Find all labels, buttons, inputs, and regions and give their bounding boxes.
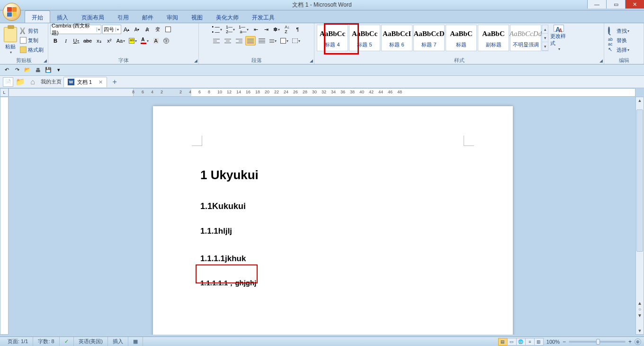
view-web[interactable]: 🌐 [516,338,526,346]
tab-developer[interactable]: 开发工具 [245,10,281,23]
tab-page-layout[interactable]: 页面布局 [75,10,111,23]
find-button[interactable]: 查找▾ [606,26,631,36]
vertical-scrollbar[interactable]: ▲ ▲ ○ ▼ ▼ [635,97,644,335]
shading-button[interactable]: ▾ [279,36,290,46]
sort-button[interactable]: A↓Z [282,25,292,34]
underline-button[interactable]: U▾ [72,36,81,46]
tab-references[interactable]: 引用 [111,10,135,23]
ruler-corner[interactable]: L [0,88,9,97]
tab-view[interactable]: 视图 [185,10,209,23]
view-fullscreen[interactable]: ▭ [507,338,517,346]
heading-5[interactable]: 1.1.1.1.1，ghjghj [200,279,465,288]
change-case-button[interactable]: Aa▾ [115,36,126,46]
font-color-button[interactable]: ▾ [139,36,150,46]
status-macro[interactable]: ▦ [128,337,143,346]
status-spellcheck[interactable]: ✓ [60,337,74,346]
font-size-combo[interactable]: 四号▾ [102,25,121,34]
clipboard-dialog-launcher[interactable]: ◢ [44,58,47,63]
tab-home[interactable]: 开始 [25,10,50,23]
zoom-slider[interactable] [569,341,626,343]
line-spacing-button[interactable]: ▾ [268,36,278,46]
view-print-layout[interactable]: ▤ [498,338,508,346]
home-button[interactable]: ⌂ [27,77,38,87]
status-insert-mode[interactable]: 插入 [108,337,128,346]
qat-open[interactable]: 📂 [24,66,31,74]
heading-3[interactable]: 1.1.1hljlj [200,227,465,236]
distributed-align-button[interactable] [257,36,267,46]
font-name-combo[interactable]: Cambria (西文标题)▾ [50,25,101,34]
style-title[interactable]: AaBbC标题 [446,25,477,51]
italic-button[interactable]: I [61,36,71,46]
close-button[interactable]: ✕ [625,0,644,9]
change-styles-button[interactable]: 更改样式▾ [550,25,567,51]
heading-1[interactable]: 1 Ukyukui [200,168,465,182]
style-subtitle[interactable]: AaBbC副标题 [478,25,509,51]
bullets-button[interactable]: • —• —▾ [211,25,224,34]
grow-font-button[interactable]: A▴ [122,25,131,34]
close-tab-button[interactable]: ✕ [98,79,103,85]
zoom-in-button[interactable]: + [628,338,632,345]
tab-beautify[interactable]: 美化大师 [209,10,245,23]
borders-button[interactable]: ▾ [291,36,302,46]
office-button[interactable] [3,3,21,21]
subscript-button[interactable]: x₂ [94,36,104,46]
style-subtle-emphasis[interactable]: AaBbCcDd不明显强调 [510,25,541,51]
align-center-button[interactable] [223,36,233,46]
prev-page-button[interactable]: ▲ [637,300,642,306]
multilevel-button[interactable]: 1— a—▾ [237,25,250,34]
style-heading5[interactable]: AaBbCc标题 5 [349,25,380,51]
char-border-button[interactable] [163,25,173,34]
zoom-percent[interactable]: 100% [546,339,560,345]
tab-review[interactable]: 审阅 [160,10,185,23]
paste-button[interactable]: 粘贴 ▾ [2,25,19,55]
maximize-button[interactable]: ▭ [606,0,625,9]
page-content[interactable]: 1 Ukyukui 1.1Kukukui 1.1.1hljlj 1.1.1.1j… [200,168,465,288]
browse-object-button[interactable]: ○ [638,307,641,312]
tab-insert[interactable]: 插入 [50,10,75,23]
format-painter-button[interactable]: 格式刷 [20,45,44,55]
shrink-font-button[interactable]: A▾ [132,25,142,34]
document-area[interactable]: 1 Ukyukui 1.1Kukukui 1.1.1hljlj 1.1.1.1j… [9,97,635,335]
increase-indent-button[interactable]: ⇥ [261,25,271,34]
status-page[interactable]: 页面: 1/1 [3,337,33,346]
clear-format-button[interactable]: A̷ [143,25,152,34]
qat-print-preview[interactable]: 🖶 [34,66,42,74]
bold-button[interactable]: B [51,36,60,46]
heading-2[interactable]: 1.1Kukukui [200,201,465,211]
styles-expand[interactable]: ▴▾▾ [542,25,548,51]
style-heading4[interactable]: AaBbCc标题 4 [317,25,348,51]
view-outline[interactable]: ≡ [525,338,535,346]
char-shading-button[interactable]: A [151,36,161,46]
zoom-knob[interactable] [596,339,600,345]
styles-dialog-launcher[interactable]: ◢ [599,58,603,63]
open-folder-button[interactable]: 📁 [15,77,26,87]
add-tab-button[interactable]: + [110,77,119,87]
replace-button[interactable]: abac替换 [606,36,631,45]
view-draft[interactable]: ▥ [534,338,544,346]
scrollbar-thumb[interactable] [636,109,643,252]
horizontal-ruler[interactable]: 8642246810121416182022242628303234363840… [9,88,635,97]
style-heading6[interactable]: AaBbCcI标题 6 [381,25,412,51]
align-justify-button[interactable] [245,36,256,46]
status-language[interactable]: 英语(美国) [74,337,108,346]
zoom-out-button[interactable]: − [563,338,566,345]
select-button[interactable]: ↖选择▾ [606,45,631,55]
paragraph-dialog-launcher[interactable]: ◢ [310,58,313,63]
strike-button[interactable]: abc [82,36,93,46]
qat-redo[interactable]: ↷ [13,66,21,74]
zoom-fit-button[interactable]: ⊕ [635,338,641,345]
qat-save[interactable]: 💾 [45,66,52,74]
superscript-button[interactable]: x² [105,36,114,46]
qat-dropdown[interactable]: ▾ [55,66,63,74]
copy-button[interactable]: 复制 [20,36,44,45]
asian-layout-button[interactable]: ✽▾ [272,25,281,34]
vertical-ruler[interactable] [0,97,9,335]
document-tab-1[interactable]: W 文档 1 ✕ [63,77,107,87]
new-doc-button[interactable]: 📄 [3,77,13,87]
minimize-button[interactable]: — [587,0,606,9]
align-left-button[interactable] [211,36,222,46]
decrease-indent-button[interactable]: ⇤ [251,25,260,34]
heading-4[interactable]: 1.1.1.1jkhuk [200,254,246,264]
align-right-button[interactable] [234,36,244,46]
home-label[interactable]: 我的主页 [41,78,62,85]
